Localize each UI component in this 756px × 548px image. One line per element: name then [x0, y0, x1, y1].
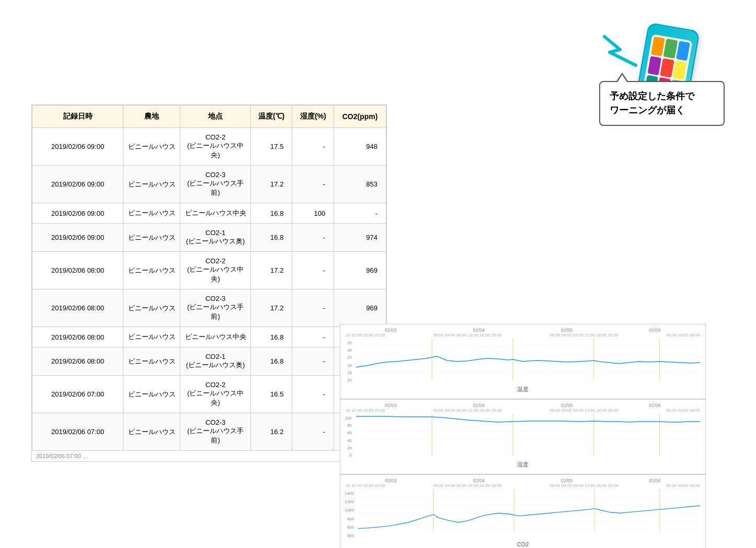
cell-temp: 16.8	[250, 347, 292, 376]
h-time-label-4: 00:00 04:00 08:00	[666, 408, 700, 413]
header-humid: 湿度(%)	[292, 106, 334, 128]
y-co2-600: 600	[342, 525, 354, 530]
y-co2-800: 800	[342, 517, 354, 521]
chart-h-date-02-04: 02/04	[473, 403, 485, 408]
temp-chart-title: 温度	[342, 386, 703, 393]
y-humid-60: 60	[342, 430, 352, 435]
time-label-1: 16 12:00 16:00 20:00	[346, 333, 385, 337]
cell-datetime: 2019/02/06 08:00	[32, 252, 123, 289]
cell-co2: 969	[334, 289, 386, 327]
cell-point: CO2-2 (ビニールハウス中央)	[180, 128, 250, 166]
app-icon-6	[672, 60, 686, 80]
cell-co2: 974	[334, 224, 386, 252]
cell-datetime: 2019/02/06 08:00	[32, 347, 123, 376]
chart-h-date-02-05: 02/05	[561, 403, 573, 408]
cell-farm: ビニールハウス	[123, 347, 180, 376]
cell-point: CO2-2 (ビニールハウス中央)	[180, 252, 250, 289]
time-label-4: 00:00 04:00 08:00	[666, 333, 700, 337]
cell-point: CO2-3 (ビニールハウス手前)	[180, 413, 250, 451]
cell-farm: ビニールハウス	[123, 224, 180, 252]
table-row: 2019/02/06 08:00 ビニールハウス CO2-2 (ビニールハウス中…	[32, 252, 386, 289]
cell-point: CO2-3 (ビニールハウス手前)	[180, 289, 250, 327]
cell-datetime: 2019/02/06 09:00	[32, 203, 123, 224]
cell-humid: -	[292, 128, 334, 166]
cell-temp: 17.2	[250, 289, 292, 327]
cell-co2: 969	[334, 252, 386, 289]
table-row: 2019/02/06 09:00 ビニールハウス CO2-1 (ビニールハウス奥…	[32, 224, 386, 252]
temp-chart-svg	[356, 339, 700, 380]
y-temp-15: 15	[342, 370, 352, 375]
y-co2-400: 400	[342, 533, 354, 538]
y-co2-1400: 1400	[342, 491, 354, 496]
cell-point: CO2-2 (ビニールハウス中央)	[180, 376, 250, 413]
cell-humid: -	[292, 413, 334, 451]
cell-temp: 17.2	[250, 252, 292, 289]
y-co2-1200: 1200	[342, 499, 354, 504]
y-humid-20: 20	[342, 446, 352, 450]
cell-co2: -	[334, 203, 386, 224]
time-label-3: 00:00 04:00 08:00 12:00 16:00 20:00	[549, 333, 618, 337]
main-container: 予め設定した条件で ワーニングが届く 記録日時 農地 地点 温度(℃) 湿度(%…	[0, 0, 756, 548]
cell-humid: -	[292, 224, 334, 252]
co2-chart-svg	[358, 489, 700, 531]
c-time-label-4: 00:00 04:00 08:00	[666, 483, 700, 488]
chart-date-02-06a: 02/06	[649, 328, 661, 333]
humid-chart-title: 湿度	[342, 461, 703, 469]
c-time-label-3: 00:00 04:00 08:00 12:00 16:00 20:00	[549, 483, 618, 488]
header-datetime: 記録日時	[32, 106, 123, 128]
h-time-label-1: 16 12:00 16:00 20:00	[346, 408, 385, 413]
cell-temp: 16.8	[250, 224, 292, 252]
app-icon-4	[648, 56, 662, 76]
y-temp-30: 30	[342, 348, 352, 353]
cell-datetime: 2019/02/06 09:00	[32, 166, 123, 203]
cell-datetime: 2019/02/06 08:00	[32, 289, 123, 327]
table-row: 2019/02/06 07:00 ビニールハウス CO2-3 (ビニールハウス手…	[32, 413, 386, 451]
data-table-wrapper: 記録日時 農地 地点 温度(℃) 湿度(%) CO2(ppm) 2019/02/…	[31, 104, 387, 462]
cell-temp: 16.5	[250, 376, 292, 413]
chart-h-date-02-06: 02/06	[649, 403, 661, 408]
cell-farm: ビニールハウス	[123, 166, 180, 203]
cell-temp: 17.2	[250, 166, 292, 203]
app-icon-3	[676, 41, 690, 61]
callout-line2: ワーニングが届く	[610, 105, 685, 115]
cell-point: ビニールハウス中央	[180, 203, 250, 224]
header-temp: 温度(℃)	[250, 106, 292, 128]
header-co2: CO2(ppm)	[334, 106, 386, 128]
cell-farm: ビニールハウス	[123, 128, 180, 166]
y-humid-0: 0	[342, 453, 352, 458]
charts-container: 02/03 02/04 02/05 02/06 16 12:00 16:00 2…	[340, 324, 706, 548]
y-humid-100: 100	[342, 416, 352, 421]
cell-datetime: 2019/02/06 07:00	[32, 376, 123, 413]
y-humid-40: 40	[342, 438, 352, 443]
chart-date-02-03: 02/03	[385, 328, 397, 333]
cell-point: CO2-1 (ビニールハウス奥)	[180, 224, 250, 252]
header-point: 地点	[180, 106, 250, 128]
cell-humid: -	[292, 327, 334, 347]
cell-farm: ビニールハウス	[123, 413, 180, 451]
cell-humid: 100	[292, 203, 334, 224]
cell-farm: ビニールハウス	[123, 327, 180, 347]
callout-line1: 予め設定した条件で	[610, 91, 694, 101]
co2-chart-box: 02/03 02/04 02/05 02/06 16 12:00 16:00 2…	[340, 474, 706, 548]
cell-humid: -	[292, 347, 334, 376]
cell-temp: 16.2	[250, 413, 292, 451]
cell-datetime: 2019/02/06 07:00	[32, 413, 123, 451]
cell-humid: -	[292, 166, 334, 203]
cell-temp: 16.8	[250, 203, 292, 224]
table-row: 2019/02/06 07:00 ビニールハウス CO2-2 (ビニールハウス中…	[32, 376, 386, 413]
header-farm: 農地	[123, 106, 180, 128]
cell-point: CO2-1 (ビニールハウス奥)	[180, 347, 250, 376]
data-table: 記録日時 農地 地点 温度(℃) 湿度(%) CO2(ppm) 2019/02/…	[32, 105, 386, 451]
y-humid-80: 80	[342, 423, 352, 428]
chart-c-date-02-05: 02/05	[561, 478, 573, 483]
temp-chart-box: 02/03 02/04 02/05 02/06 16 12:00 16:00 2…	[340, 324, 706, 399]
table-row: 2019/02/06 09:00 ビニールハウス CO2-3 (ビニールハウス手…	[32, 166, 386, 203]
app-icon-5	[660, 58, 674, 78]
cell-point: ビニールハウス中央	[180, 327, 250, 347]
table-more-note: 2019/02/06 07:00 ...	[32, 451, 386, 461]
cell-point: CO2-3 (ビニールハウス手前)	[180, 166, 250, 203]
co2-chart-title: CO2	[342, 541, 703, 547]
h-time-label-3: 00:00 04:00 08:00 12:00 16:00 20:00	[549, 408, 618, 413]
cell-farm: ビニールハウス	[123, 376, 180, 413]
humid-chart-svg	[356, 414, 700, 456]
